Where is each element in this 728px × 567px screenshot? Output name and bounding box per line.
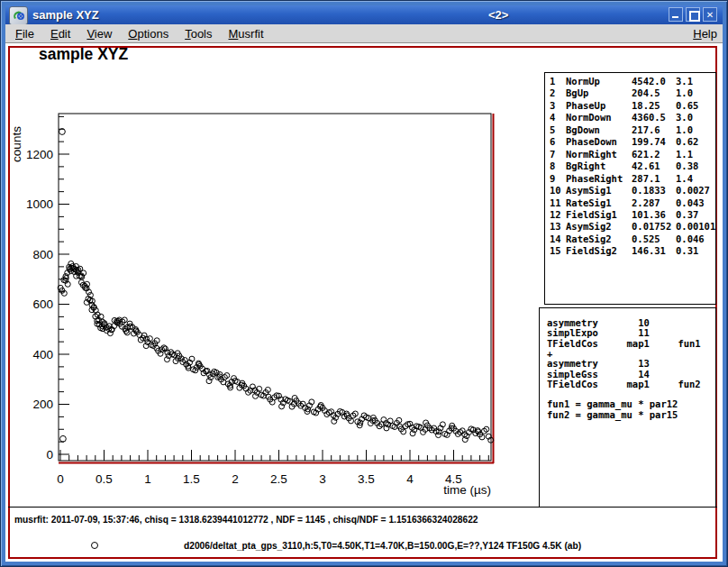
y-tick-label: 1000 xyxy=(26,197,53,211)
legend-open-circle-icon xyxy=(91,542,98,549)
plot-title: sample XYZ xyxy=(39,45,129,63)
window-title: sample XYZ xyxy=(32,8,99,22)
menu-item-options[interactable]: Options xyxy=(120,24,177,41)
theory-line: fun1 = gamma_mu * par12 xyxy=(547,398,678,409)
parameter-value: 621.2 xyxy=(632,149,660,160)
parameter-row: 6PhaseDown199.740.62 xyxy=(545,136,715,148)
parameter-value: 4360.5 xyxy=(632,112,666,123)
parameter-value: 0.01752 xyxy=(632,221,671,232)
parameter-name: NormRight xyxy=(566,149,617,160)
theory-box: asymmetry 10simplExpo 11TFieldCos map1 f… xyxy=(539,307,716,508)
parameter-row: 1NormUp4542.03.1 xyxy=(545,76,715,87)
parameter-row: 4NormDown4360.53.0 xyxy=(545,112,715,123)
y-tick-label: 0 xyxy=(46,448,53,462)
parameter-row: 15FieldSig2146.310.31 xyxy=(545,245,715,257)
info-pad-separator xyxy=(8,507,717,508)
parameter-n: 2 xyxy=(550,87,555,98)
parameter-n: 8 xyxy=(550,160,555,171)
menu-item-tools[interactable]: Tools xyxy=(177,24,220,41)
parameter-row: 14RateSig20.5250.046 xyxy=(545,233,715,245)
parameter-name: RateSig1 xyxy=(566,197,612,208)
parameter-name: NormUp xyxy=(566,76,600,87)
x-tick-label: 1 xyxy=(144,472,151,486)
parameter-name: PhaseRight xyxy=(566,173,623,184)
theory-line: TFieldCos map1 fun2 xyxy=(547,379,701,389)
menu-item-edit[interactable]: Edit xyxy=(42,24,78,41)
close-icon: ✕ xyxy=(704,8,716,21)
menu-item-file[interactable]: File xyxy=(5,24,42,41)
menu-item-view[interactable]: View xyxy=(78,24,120,41)
parameter-n: 6 xyxy=(550,136,555,147)
musrfit-window: sample XYZ <2> ✕ FileEditViewOptionsTool… xyxy=(0,0,728,567)
parameter-row: 11RateSig12.2870.043 xyxy=(545,197,715,209)
legend-run-text: d2006/deltat_pta_gps_3110,h:5,T0=4.50K,T… xyxy=(184,541,581,551)
menu-item-help[interactable]: Help xyxy=(693,27,717,41)
plot-frame xyxy=(59,114,491,461)
maximize-icon xyxy=(689,11,700,22)
parameter-row: 10AsymSig10.18330.0027 xyxy=(545,185,715,197)
parameter-error: 0.00101 xyxy=(676,221,715,232)
minimize-icon xyxy=(672,16,678,18)
menu-item-musrfit[interactable]: Musrfit xyxy=(221,24,272,41)
parameter-name: FieldSig1 xyxy=(566,209,617,220)
parameter-value: 18.25 xyxy=(632,100,660,111)
menu-bar: FileEditViewOptionsToolsMusrfit Help xyxy=(5,24,723,43)
parameter-row: 5BgDown217.61.0 xyxy=(545,124,715,136)
parameter-error: 0.043 xyxy=(676,197,705,208)
parameter-n: 15 xyxy=(550,245,561,256)
outlier-point-marker xyxy=(60,435,67,442)
graph-pad[interactable]: sample XYZ00.511.522.533.544.50200400600… xyxy=(5,43,539,509)
x-tick-label: 2 xyxy=(232,472,239,486)
parameter-value: 146.31 xyxy=(632,245,666,256)
theory-line: TFieldCos map1 fun1 xyxy=(547,338,701,349)
title-bar[interactable]: sample XYZ <2> ✕ xyxy=(5,5,723,24)
theory-line: asymmetry 10 xyxy=(547,317,650,328)
x-tick-label: 4 xyxy=(406,472,414,486)
parameter-value: 0.1833 xyxy=(632,185,666,196)
maximize-button[interactable] xyxy=(686,7,700,22)
parameter-n: 7 xyxy=(550,149,555,160)
parameter-value: 0.525 xyxy=(632,233,660,244)
x-tick-label: 1.5 xyxy=(183,472,200,486)
close-button[interactable]: ✕ xyxy=(703,7,717,22)
parameter-row: 3PhaseUp18.250.65 xyxy=(545,100,715,112)
parameter-name: BgDown xyxy=(566,124,600,135)
parameter-n: 4 xyxy=(550,112,555,123)
parameter-n: 12 xyxy=(550,209,561,220)
parameter-n: 10 xyxy=(550,185,561,196)
parameter-error: 0.65 xyxy=(676,100,698,111)
parameter-n: 3 xyxy=(550,100,555,111)
parameter-n: 9 xyxy=(550,173,555,184)
parameter-n: 14 xyxy=(550,233,561,244)
parameter-n: 5 xyxy=(550,124,555,135)
x-tick-label: 2.5 xyxy=(270,472,287,486)
y-tick-label: 800 xyxy=(32,248,53,261)
parameter-error: 3.1 xyxy=(676,76,693,87)
y-tick-label: 1200 xyxy=(26,148,53,161)
parameter-row: 2BgUp204.51.0 xyxy=(545,87,715,99)
parameter-value: 4542.0 xyxy=(632,76,666,87)
parameter-row: 9PhaseRight287.11.4 xyxy=(545,173,715,185)
minimize-button[interactable] xyxy=(669,7,683,22)
parameter-error: 0.37 xyxy=(676,209,698,220)
parameter-name: AsymSig2 xyxy=(566,221,612,232)
parameter-error: 1.0 xyxy=(676,124,693,135)
parameter-error: 0.38 xyxy=(676,160,698,171)
parameter-error: 0.31 xyxy=(676,245,698,256)
parameter-value: 101.36 xyxy=(632,209,666,220)
parameter-name: BgRight xyxy=(566,160,605,171)
root-canvas[interactable]: sample XYZ00.511.522.533.544.50200400600… xyxy=(5,43,723,562)
parameter-error: 0.046 xyxy=(676,233,705,244)
parameter-value: 217.6 xyxy=(632,124,660,135)
parameter-value: 204.5 xyxy=(632,87,660,98)
parameter-value: 2.287 xyxy=(632,197,660,208)
parameter-value: 42.61 xyxy=(632,160,660,171)
fit-parameter-box: 1NormUp4542.03.12BgUp204.51.03PhaseUp18.… xyxy=(544,72,716,305)
parameter-row: 12FieldSig1101.360.37 xyxy=(545,209,715,221)
parameter-name: AsymSig1 xyxy=(566,185,612,196)
parameter-name: PhaseUp xyxy=(566,100,605,111)
theory-line: simplExpo 11 xyxy=(547,327,650,338)
parameter-row: 7NormRight621.21.1 xyxy=(545,149,715,160)
parameter-value: 199.74 xyxy=(632,136,666,147)
parameter-error: 0.0027 xyxy=(676,185,710,196)
